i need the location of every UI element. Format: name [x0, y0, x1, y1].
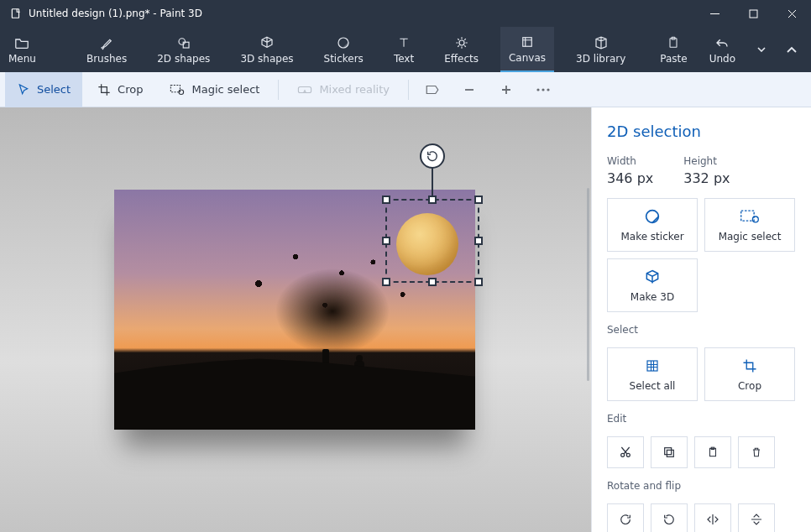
handle-sw[interactable] [382, 278, 390, 286]
select-section-label: Select [607, 324, 796, 336]
minimize-button[interactable] [695, 0, 734, 27]
tool-select[interactable]: Select [5, 72, 82, 107]
toolsbar: Select Crop Magic select Mixed reality [0, 72, 811, 107]
undo-button[interactable]: Undo [701, 34, 744, 65]
crop-panel-icon [742, 357, 757, 375]
paste-button[interactable]: Paste [651, 34, 695, 65]
svg-point-15 [646, 211, 659, 223]
rotate-flip-section-label: Rotate and flip [607, 480, 796, 492]
ribbon-stickers[interactable]: Stickers [316, 27, 372, 72]
svg-rect-1 [750, 10, 757, 18]
cube-icon [644, 268, 661, 286]
canvas-area[interactable] [0, 107, 591, 532]
rotate-stem [432, 167, 433, 197]
more-button[interactable] [526, 72, 560, 107]
tool-mixed-reality: Mixed reality [285, 72, 401, 107]
make-sticker-button[interactable]: Make sticker [607, 198, 698, 252]
vr-icon [297, 84, 312, 96]
svg-rect-6 [523, 38, 532, 47]
handle-ne[interactable] [474, 196, 483, 204]
crop-icon [97, 83, 111, 96]
menu-label: Menu [8, 53, 36, 65]
svg-rect-3 [183, 42, 189, 48]
handle-nw[interactable] [382, 196, 390, 204]
svg-point-5 [459, 40, 464, 45]
tool-crop[interactable]: Crop [86, 72, 154, 107]
tool-3d-view[interactable] [416, 72, 449, 107]
height-value: 332 px [683, 170, 730, 186]
handle-s[interactable] [428, 278, 437, 286]
stickers-icon [336, 34, 351, 51]
copy-button[interactable] [651, 436, 688, 468]
folder-icon [13, 34, 30, 51]
flip-vertical-button[interactable] [738, 503, 775, 532]
magic-select-button[interactable]: Magic select [704, 198, 795, 252]
svg-point-12 [536, 88, 539, 91]
maximize-button[interactable] [734, 0, 772, 27]
menu-button[interactable]: Menu [0, 27, 44, 72]
app-doc-icon [10, 8, 22, 19]
paste-icon [667, 34, 680, 51]
canvas-icon [520, 34, 535, 50]
separator [408, 80, 409, 100]
rotate-left-button[interactable] [607, 503, 644, 532]
handle-e[interactable] [474, 237, 483, 245]
svg-point-13 [542, 88, 544, 91]
ribbon-effects[interactable]: Effects [436, 27, 487, 72]
brushes-icon [99, 34, 114, 51]
svg-point-10 [180, 90, 185, 95]
selection-marquee[interactable] [385, 199, 479, 283]
ribbon-canvas[interactable]: Canvas [500, 27, 554, 72]
tool-magic-select[interactable]: Magic select [158, 72, 271, 107]
magic-select-icon [170, 84, 185, 96]
svg-rect-22 [665, 448, 672, 455]
rotate-right-button[interactable] [651, 503, 688, 532]
undo-icon [714, 34, 730, 51]
width-value: 346 px [607, 170, 653, 186]
svg-point-14 [547, 88, 549, 91]
zoom-in-button[interactable] [489, 72, 523, 107]
library3d-icon [594, 34, 609, 51]
svg-point-2 [179, 39, 186, 45]
width-label: Width [607, 155, 653, 167]
ribbon-2d-shapes[interactable]: 2D shapes [149, 27, 218, 72]
flip-horizontal-button[interactable] [694, 503, 731, 532]
panel-heading: 2D selection [607, 123, 796, 140]
separator [278, 80, 279, 100]
delete-button[interactable] [738, 436, 775, 468]
crop-button[interactable]: Crop [704, 347, 795, 401]
ribbon-brushes[interactable]: Brushes [78, 27, 135, 72]
handle-w[interactable] [382, 237, 390, 245]
workspace: 2D selection Width 346 px Height 332 px … [0, 107, 811, 532]
handle-n[interactable] [428, 196, 437, 204]
shapes2d-icon [176, 34, 191, 51]
svg-rect-21 [667, 450, 673, 456]
svg-rect-18 [647, 361, 657, 371]
ribbon-3d-library[interactable]: 3D library [568, 27, 634, 72]
zoom-out-button[interactable] [453, 72, 486, 107]
rotate-handle[interactable] [420, 143, 445, 169]
window-title: Untitled design (1).png* - Paint 3D [29, 8, 695, 19]
shapes3d-icon [259, 34, 275, 51]
history-dropdown[interactable] [749, 33, 774, 66]
height-label: Height [683, 155, 730, 167]
ribbon-3d-shapes[interactable]: 3D shapes [232, 27, 301, 72]
ribbon-text[interactable]: Text [385, 27, 422, 72]
effects-icon [454, 34, 469, 51]
paste-panel-button[interactable] [694, 436, 731, 468]
make-3d-button[interactable]: Make 3D [607, 258, 698, 312]
cursor-icon [17, 83, 30, 96]
sticker-icon [643, 207, 662, 226]
handle-se[interactable] [474, 278, 483, 286]
svg-rect-0 [12, 9, 18, 18]
vertical-scrollbar[interactable] [587, 188, 589, 381]
collapse-panel-button[interactable] [779, 33, 804, 66]
select-all-icon [645, 357, 660, 375]
text-icon [397, 34, 411, 51]
close-button[interactable] [772, 0, 811, 27]
titlebar: Untitled design (1).png* - Paint 3D [0, 0, 811, 27]
select-all-button[interactable]: Select all [607, 347, 698, 401]
cut-button[interactable] [607, 436, 644, 468]
ribbon: Menu Brushes 2D shapes 3D shapes Sticker… [0, 27, 811, 72]
magic-select-panel-icon [740, 207, 760, 226]
